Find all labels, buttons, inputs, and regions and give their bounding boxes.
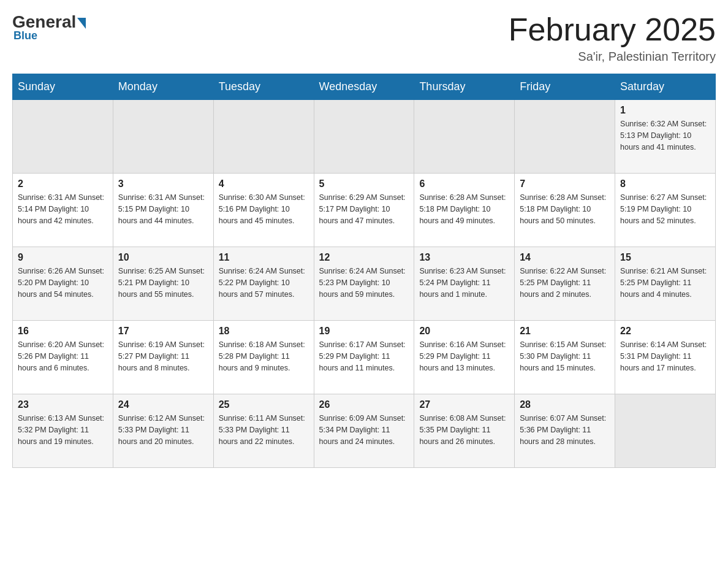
calendar-cell: 15Sunrise: 6:21 AM Sunset: 5:25 PM Dayli…: [615, 247, 716, 321]
day-info: Sunrise: 6:29 AM Sunset: 5:17 PM Dayligh…: [319, 192, 409, 226]
calendar-week-row: 23Sunrise: 6:13 AM Sunset: 5:32 PM Dayli…: [13, 394, 716, 468]
day-info: Sunrise: 6:09 AM Sunset: 5:34 PM Dayligh…: [319, 413, 409, 447]
day-info: Sunrise: 6:25 AM Sunset: 5:21 PM Dayligh…: [118, 266, 208, 300]
calendar-week-row: 16Sunrise: 6:20 AM Sunset: 5:26 PM Dayli…: [13, 321, 716, 394]
calendar-cell: 16Sunrise: 6:20 AM Sunset: 5:26 PM Dayli…: [13, 321, 113, 394]
calendar-cell: [13, 100, 113, 174]
day-number: 17: [118, 326, 208, 337]
calendar-cell: 5Sunrise: 6:29 AM Sunset: 5:17 PM Daylig…: [314, 174, 414, 247]
page-header: General Blue February 2025 Sa'ir, Palest…: [12, 12, 716, 64]
day-number: 9: [18, 252, 108, 263]
logo-arrow-icon: [77, 18, 86, 29]
calendar-cell: 9Sunrise: 6:26 AM Sunset: 5:20 PM Daylig…: [13, 247, 113, 321]
weekday-header-wednesday: Wednesday: [314, 74, 414, 100]
day-number: 14: [520, 252, 610, 263]
calendar-cell: 25Sunrise: 6:11 AM Sunset: 5:33 PM Dayli…: [213, 394, 314, 468]
day-number: 10: [118, 252, 208, 263]
calendar-table: SundayMondayTuesdayWednesdayThursdayFrid…: [12, 74, 716, 468]
weekday-header-thursday: Thursday: [414, 74, 515, 100]
calendar-cell: [414, 100, 515, 174]
day-number: 3: [118, 178, 208, 190]
day-number: 22: [620, 326, 710, 337]
day-number: 8: [620, 178, 710, 190]
logo: General Blue: [12, 12, 86, 42]
weekday-header-tuesday: Tuesday: [213, 74, 314, 100]
day-number: 21: [520, 326, 610, 337]
calendar-cell: 6Sunrise: 6:28 AM Sunset: 5:18 PM Daylig…: [414, 174, 515, 247]
day-info: Sunrise: 6:27 AM Sunset: 5:19 PM Dayligh…: [620, 192, 710, 226]
day-info: Sunrise: 6:20 AM Sunset: 5:26 PM Dayligh…: [18, 339, 108, 373]
day-info: Sunrise: 6:30 AM Sunset: 5:16 PM Dayligh…: [219, 192, 309, 226]
calendar-cell: 27Sunrise: 6:08 AM Sunset: 5:35 PM Dayli…: [414, 394, 515, 468]
calendar-cell: [515, 100, 615, 174]
day-info: Sunrise: 6:26 AM Sunset: 5:20 PM Dayligh…: [18, 266, 108, 300]
calendar-week-row: 1Sunrise: 6:32 AM Sunset: 5:13 PM Daylig…: [13, 100, 716, 174]
day-number: 5: [319, 178, 409, 190]
calendar-cell: 3Sunrise: 6:31 AM Sunset: 5:15 PM Daylig…: [113, 174, 213, 247]
weekday-header-friday: Friday: [515, 74, 615, 100]
day-info: Sunrise: 6:24 AM Sunset: 5:22 PM Dayligh…: [219, 266, 309, 300]
calendar-cell: 2Sunrise: 6:31 AM Sunset: 5:14 PM Daylig…: [13, 174, 113, 247]
calendar-cell: 7Sunrise: 6:28 AM Sunset: 5:18 PM Daylig…: [515, 174, 615, 247]
day-number: 12: [319, 252, 409, 263]
calendar-cell: 28Sunrise: 6:07 AM Sunset: 5:36 PM Dayli…: [515, 394, 615, 468]
day-number: 19: [319, 326, 409, 337]
calendar-cell: [615, 394, 716, 468]
location-text: Sa'ir, Palestinian Territory: [509, 50, 716, 64]
calendar-cell: 21Sunrise: 6:15 AM Sunset: 5:30 PM Dayli…: [515, 321, 615, 394]
calendar-cell: 24Sunrise: 6:12 AM Sunset: 5:33 PM Dayli…: [113, 394, 213, 468]
calendar-cell: 17Sunrise: 6:19 AM Sunset: 5:27 PM Dayli…: [113, 321, 213, 394]
day-info: Sunrise: 6:15 AM Sunset: 5:30 PM Dayligh…: [520, 339, 610, 373]
day-info: Sunrise: 6:32 AM Sunset: 5:13 PM Dayligh…: [620, 118, 710, 153]
calendar-cell: 4Sunrise: 6:30 AM Sunset: 5:16 PM Daylig…: [213, 174, 314, 247]
day-number: 20: [419, 326, 509, 337]
day-number: 15: [620, 252, 710, 263]
day-info: Sunrise: 6:07 AM Sunset: 5:36 PM Dayligh…: [520, 413, 610, 447]
day-info: Sunrise: 6:28 AM Sunset: 5:18 PM Dayligh…: [520, 192, 610, 226]
day-info: Sunrise: 6:23 AM Sunset: 5:24 PM Dayligh…: [419, 266, 509, 300]
calendar-cell: 20Sunrise: 6:16 AM Sunset: 5:29 PM Dayli…: [414, 321, 515, 394]
day-info: Sunrise: 6:28 AM Sunset: 5:18 PM Dayligh…: [419, 192, 509, 226]
calendar-cell: [113, 100, 213, 174]
weekday-header-saturday: Saturday: [615, 74, 716, 100]
day-number: 28: [520, 399, 610, 410]
day-number: 1: [620, 105, 710, 116]
calendar-cell: 19Sunrise: 6:17 AM Sunset: 5:29 PM Dayli…: [314, 321, 414, 394]
day-info: Sunrise: 6:11 AM Sunset: 5:33 PM Dayligh…: [219, 413, 309, 447]
weekday-header-sunday: Sunday: [13, 74, 113, 100]
day-number: 13: [419, 252, 509, 263]
calendar-cell: 1Sunrise: 6:32 AM Sunset: 5:13 PM Daylig…: [615, 100, 716, 174]
day-number: 16: [18, 326, 108, 337]
calendar-cell: 11Sunrise: 6:24 AM Sunset: 5:22 PM Dayli…: [213, 247, 314, 321]
day-info: Sunrise: 6:18 AM Sunset: 5:28 PM Dayligh…: [219, 339, 309, 373]
day-number: 6: [419, 178, 509, 190]
day-number: 18: [219, 326, 309, 337]
calendar-week-row: 2Sunrise: 6:31 AM Sunset: 5:14 PM Daylig…: [13, 174, 716, 247]
day-info: Sunrise: 6:13 AM Sunset: 5:32 PM Dayligh…: [18, 413, 108, 447]
calendar-cell: 26Sunrise: 6:09 AM Sunset: 5:34 PM Dayli…: [314, 394, 414, 468]
day-number: 4: [219, 178, 309, 190]
day-info: Sunrise: 6:08 AM Sunset: 5:35 PM Dayligh…: [419, 413, 509, 447]
calendar-cell: 14Sunrise: 6:22 AM Sunset: 5:25 PM Dayli…: [515, 247, 615, 321]
day-number: 25: [219, 399, 309, 410]
day-number: 26: [319, 399, 409, 410]
calendar-cell: 12Sunrise: 6:24 AM Sunset: 5:23 PM Dayli…: [314, 247, 414, 321]
day-info: Sunrise: 6:14 AM Sunset: 5:31 PM Dayligh…: [620, 339, 710, 373]
day-number: 23: [18, 399, 108, 410]
logo-blue-text: Blue: [13, 29, 37, 42]
calendar-cell: [314, 100, 414, 174]
weekday-header-monday: Monday: [113, 74, 213, 100]
day-number: 24: [118, 399, 208, 410]
calendar-cell: 8Sunrise: 6:27 AM Sunset: 5:19 PM Daylig…: [615, 174, 716, 247]
calendar-cell: 22Sunrise: 6:14 AM Sunset: 5:31 PM Dayli…: [615, 321, 716, 394]
calendar-cell: 13Sunrise: 6:23 AM Sunset: 5:24 PM Dayli…: [414, 247, 515, 321]
title-area: February 2025 Sa'ir, Palestinian Territo…: [509, 12, 716, 64]
calendar-cell: 18Sunrise: 6:18 AM Sunset: 5:28 PM Dayli…: [213, 321, 314, 394]
day-info: Sunrise: 6:21 AM Sunset: 5:25 PM Dayligh…: [620, 266, 710, 300]
day-number: 11: [219, 252, 309, 263]
day-info: Sunrise: 6:22 AM Sunset: 5:25 PM Dayligh…: [520, 266, 610, 300]
calendar-week-row: 9Sunrise: 6:26 AM Sunset: 5:20 PM Daylig…: [13, 247, 716, 321]
day-info: Sunrise: 6:31 AM Sunset: 5:15 PM Dayligh…: [118, 192, 208, 226]
day-number: 7: [520, 178, 610, 190]
calendar-cell: 10Sunrise: 6:25 AM Sunset: 5:21 PM Dayli…: [113, 247, 213, 321]
